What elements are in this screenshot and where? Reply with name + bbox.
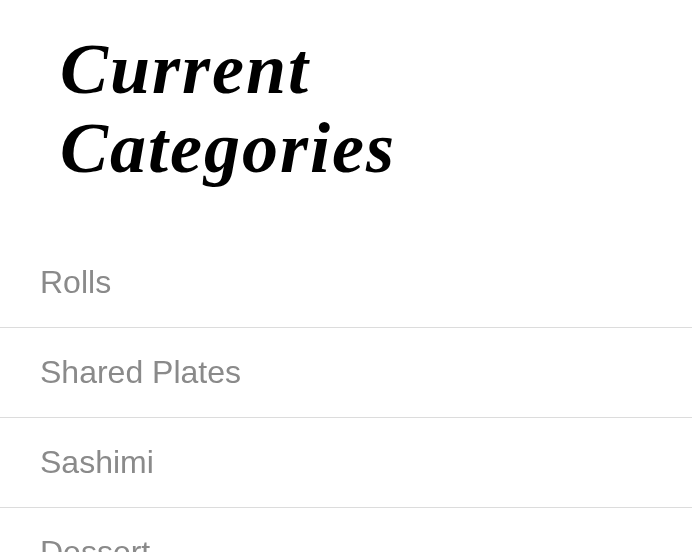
list-item-label: Dessert: [40, 534, 150, 552]
list-item[interactable]: Dessert: [0, 508, 692, 552]
list-item-label: Rolls: [40, 264, 111, 300]
list-item[interactable]: Rolls: [0, 238, 692, 328]
category-list: Rolls Shared Plates Sashimi Dessert: [0, 238, 692, 552]
page-title: Current Categories: [60, 30, 652, 188]
list-item-label: Sashimi: [40, 444, 154, 480]
list-item-label: Shared Plates: [40, 354, 241, 390]
page-header: Current Categories: [0, 0, 692, 238]
list-item[interactable]: Shared Plates: [0, 328, 692, 418]
list-item[interactable]: Sashimi: [0, 418, 692, 508]
